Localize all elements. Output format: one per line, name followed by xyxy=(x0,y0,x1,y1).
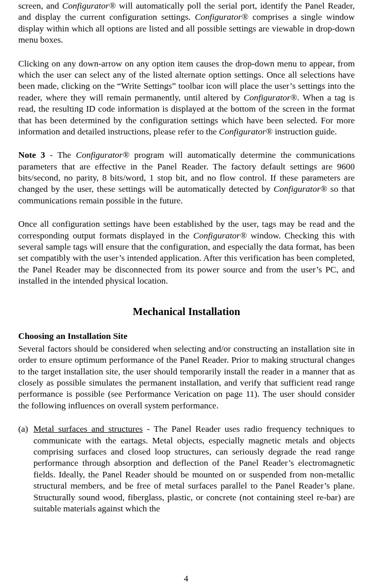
text: - The xyxy=(45,150,76,160)
text: screen, and xyxy=(18,1,62,11)
text: instruction guide. xyxy=(273,126,337,136)
paragraph-5: Several factors should be considered whe… xyxy=(18,343,355,411)
paragraph-4: Once all configuration settings have bee… xyxy=(18,218,355,286)
product-name: Configurator® xyxy=(274,184,327,194)
document-page: screen, and Configurator® will automatic… xyxy=(0,0,372,588)
section-heading: Mechanical Installation xyxy=(18,305,355,319)
product-name: Configurator® xyxy=(219,126,273,136)
list-marker: (a) xyxy=(18,423,33,434)
product-name: Configurator® xyxy=(244,92,297,102)
list-item-a: (a) Metal surfaces and structures - The … xyxy=(18,423,355,514)
page-number: 4 xyxy=(0,573,372,584)
list-title: Metal surfaces and structures xyxy=(33,424,143,434)
paragraph-note-3: Note 3 - The Configurator® program will … xyxy=(18,149,355,206)
product-name: Configurator® xyxy=(62,1,116,11)
paragraph-1: screen, and Configurator® will automatic… xyxy=(18,0,355,46)
list-body: Metal surfaces and structures - The Pane… xyxy=(33,423,355,514)
subsection-heading: Choosing an Installation Site xyxy=(18,330,355,341)
note-label: Note 3 xyxy=(18,150,45,160)
paragraph-2: Clicking on any down-arrow on any option… xyxy=(18,58,355,137)
text: - The Panel Reader uses radio frequency … xyxy=(33,424,355,513)
product-name: Configurator® xyxy=(76,150,130,160)
product-name: Configurator® xyxy=(195,12,248,22)
product-name: Configurator® xyxy=(193,230,247,240)
